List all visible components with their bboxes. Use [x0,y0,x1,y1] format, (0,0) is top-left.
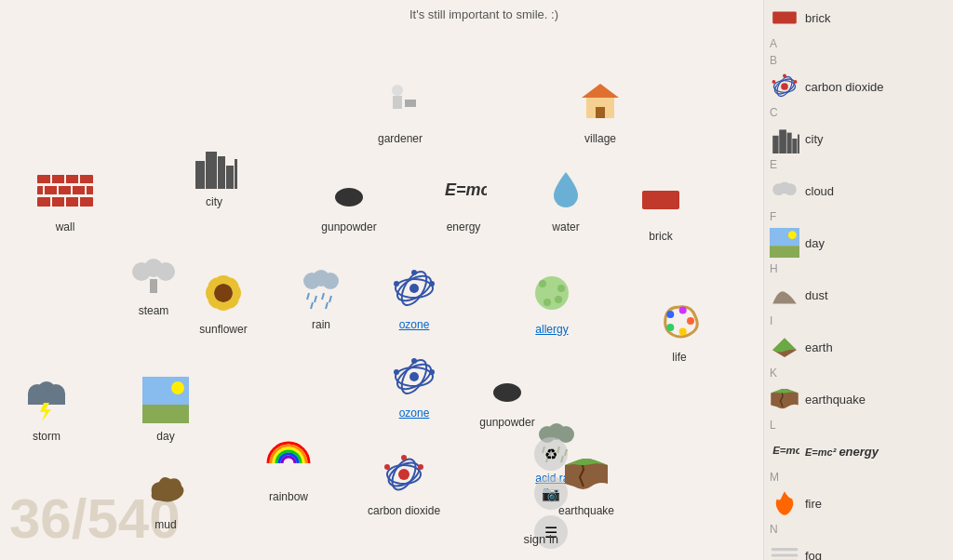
svg-rect-100 [772,12,797,24]
svg-point-72 [411,358,417,364]
element-water-main[interactable]: water [538,163,594,233]
svg-point-90 [384,464,390,470]
sidebar-item-earthquake[interactable]: earthquake [764,381,953,417]
svg-line-45 [307,293,309,300]
camera-button[interactable]: 📷 [534,476,568,510]
element-energy-main[interactable]: E=mc²energy [436,163,491,233]
sidebar-label-earth: earth [805,340,833,354]
element-gardener-main[interactable]: gardener [372,74,428,145]
svg-line-46 [315,296,316,302]
sidebar-item-earth[interactable]: earth [764,329,953,365]
sidebar-item-energy[interactable]: E=mc²E=mc² energy [764,433,953,469]
label-storm-main: storm [33,430,60,443]
svg-point-73 [429,369,435,375]
svg-text:E=mc²: E=mc² [445,180,487,199]
sidebar-letter-N: N [764,521,953,538]
sidebar-letter-H: H [764,260,953,277]
icon-storm-main [19,372,74,428]
sidebar-item-carbon-dioxide[interactable]: carbon dioxide [764,69,953,104]
svg-point-60 [557,285,565,292]
sidebar-item-cloud[interactable]: cloud [764,173,953,208]
element-city-main[interactable]: city [186,138,242,208]
icon-rainbow-main [261,433,316,488]
element-wall[interactable]: wall [37,163,93,233]
sidebar-icon-earthquake [770,384,799,414]
element-rainbow-main[interactable]: rainbow [261,433,316,503]
sidebar-item-city[interactable]: city [764,121,953,156]
svg-point-88 [401,455,407,460]
label-city-main: city [206,195,222,208]
tagline: It's still important to smile. :) [409,7,558,21]
svg-point-51 [409,284,419,293]
element-steam-main[interactable]: steam [126,247,181,317]
label-gunpowder-main: gunpowder [321,220,376,233]
sidebar-item-brick-top[interactable]: brick [764,0,953,35]
icon-steam-main [126,247,181,302]
sidebar-item-fog[interactable]: fog [764,538,953,560]
label-day-main: day [156,430,174,443]
element-rain-main[interactable]: rain [293,260,349,331]
element-life-main[interactable]: life [651,293,707,364]
element-village-main[interactable]: village [572,74,628,145]
svg-marker-22 [582,84,619,98]
icon-gunpowder2-main [479,358,535,414]
svg-line-49 [311,302,313,309]
sidebar-letter-M: M [764,469,953,486]
svg-rect-25 [642,191,679,209]
element-storm-main[interactable]: storm [19,372,74,443]
svg-rect-117 [770,246,799,258]
element-mud-main[interactable]: mud [138,460,194,531]
sidebar-letter-I: I [764,313,953,329]
label-rain-main: rain [312,318,330,331]
sidebar-icon-earth [770,332,799,362]
element-ozone1-main[interactable]: ozone [386,260,442,331]
element-gunpowder2-main[interactable]: gunpowder [479,358,535,429]
sidebar-item-day[interactable]: day [764,225,953,260]
element-co2-main[interactable]: carbon dioxide [368,447,440,517]
svg-rect-110 [787,133,792,153]
element-day-main[interactable]: day [138,372,194,443]
label-allergy-main[interactable]: allergy [535,323,568,336]
sign-in-link[interactable]: sign in [523,532,558,546]
sidebar-label-carbon-dioxide: carbon dioxide [805,80,884,94]
icon-brick-main [633,172,689,228]
element-ozone2-main[interactable]: ozone [386,349,442,420]
main-canvas: It's still important to smile. :) 36/540… [0,0,763,560]
svg-rect-108 [772,136,778,153]
svg-rect-18 [226,166,234,189]
label-co2-main: carbon dioxide [368,504,440,517]
svg-point-63 [687,317,694,325]
label-gardener-main: gardener [378,132,423,145]
svg-rect-27 [393,96,402,109]
element-gunpowder-main[interactable]: gunpowder [321,163,377,233]
sidebar-icon-dust [770,280,799,310]
element-sunflower-main[interactable]: sunflower [195,265,251,336]
icon-life-main [651,293,707,349]
svg-point-61 [544,299,551,306]
label-ozone2-main[interactable]: ozone [399,407,430,420]
sidebar-item-fire[interactable]: fire [764,486,953,521]
sidebar-label-day: day [805,236,825,250]
label-ozone1-main[interactable]: ozone [399,318,430,331]
element-brick-main[interactable]: brick [633,172,689,243]
recycle-button[interactable]: ♻ [534,437,568,471]
label-life-main: life [672,351,686,364]
svg-rect-32 [150,279,157,293]
svg-point-101 [781,83,788,90]
element-allergy-main[interactable]: allergy [524,265,580,336]
svg-line-50 [326,302,328,309]
sidebar-label-city: city [805,132,824,146]
svg-point-55 [411,270,417,275]
icon-city-main [186,138,242,193]
icon-rain-main [293,260,349,316]
sidebar-letter-A: A [764,35,953,52]
sidebar-label-earthquake: earthquake [805,393,866,407]
svg-line-48 [329,296,331,302]
svg-point-62 [555,296,562,303]
label-water-main: water [552,220,579,233]
sidebar-item-dust[interactable]: dust [764,277,953,313]
svg-point-26 [392,85,403,96]
icon-gunpowder-main [321,163,377,219]
svg-point-115 [785,183,797,195]
icon-ozone2-main [386,349,442,405]
